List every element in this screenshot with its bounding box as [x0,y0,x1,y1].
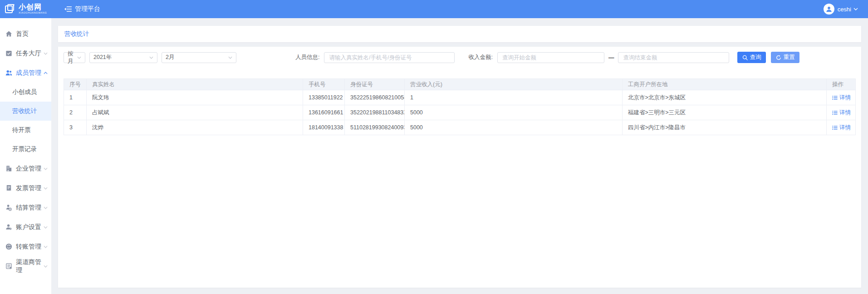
amount-range-separator: — [608,54,614,61]
table-row: 1 阮文玮 13385011922 352225198608210054 1 北… [64,90,856,105]
main-content: 营收统计 按月 2021年 2月 人员信息: [51,18,868,294]
detail-link[interactable]: 详情 [832,109,851,117]
cell-income: 5000 [405,120,623,135]
sidebar-subitem-pending-invoice[interactable]: 待开票 [0,121,51,140]
amount-end-field [618,52,729,63]
detail-list-icon [832,95,838,100]
reset-button[interactable]: 重置 [771,52,799,63]
revenue-table: 序号 真实姓名 手机号 身份证号 营业收入(元) 工商开户所在地 操作 1 阮文… [64,78,856,135]
column-header-location: 工商开户所在地 [623,79,827,90]
detail-list-icon [832,110,838,115]
cell-no: 2 [64,105,87,120]
sidebar-item-account-settings[interactable]: 账户设置 [0,217,51,237]
chevron-down-icon [149,56,153,59]
cell-action: 详情 [827,120,856,135]
fold-icon [64,6,72,12]
detail-link[interactable]: 详情 [832,124,851,132]
cell-no: 1 [64,90,87,105]
search-button-label: 查询 [750,54,761,61]
sidebar-item-label: 任务大厅 [16,49,41,58]
column-header-name: 真实姓名 [87,79,303,90]
sidebar-item-transfer[interactable]: 转账管理 [0,237,51,256]
task-hall-icon [5,50,13,57]
period-select[interactable]: 按月 [64,52,85,63]
tab-bar: 营收统计 [58,26,861,42]
app-logo: 小创网 XIAOCHUANGWANG [0,3,51,15]
sidebar-subitem-invoice-records[interactable]: 开票记录 [0,140,51,159]
chevron-down-icon [44,206,48,209]
table-row: 2 占斌斌 13616091661 35220219881103483X 500… [64,105,856,120]
cell-action: 详情 [827,105,856,120]
sidebar-item-enterprise[interactable]: 企业管理 [0,159,51,178]
content-card: 按月 2021年 2月 人员信息: 收入金额: [58,47,861,288]
sidebar-nav: 首页 任务大厅 成员管理 小创成员 营收统计 待开票 开票记录 [0,18,51,294]
chevron-down-icon [44,52,48,55]
month-select-value: 2月 [166,54,174,61]
logo-subtitle: XIAOCHUANGWANG [19,12,47,15]
avatar [824,4,834,15]
detail-link[interactable]: 详情 [832,94,851,102]
person-info-label: 人员信息: [295,54,319,61]
sidebar-item-label: 发票管理 [16,184,41,192]
sidebar-item-label: 渠道商管理 [16,258,44,274]
table-header-row: 序号 真实姓名 手机号 身份证号 营业收入(元) 工商开户所在地 操作 [64,79,856,90]
month-select[interactable]: 2月 [162,52,236,63]
detail-link-label: 详情 [839,109,851,117]
column-header-phone: 手机号 [303,79,345,90]
year-select[interactable]: 2021年 [89,52,157,63]
column-header-idcard: 身份证号 [345,79,405,90]
search-icon [742,55,748,60]
app-title: 管理平台 [75,5,100,13]
cell-name: 占斌斌 [87,105,303,120]
sidebar-item-home[interactable]: 首页 [0,24,51,44]
sidebar-item-label: 成员管理 [16,69,41,77]
cell-phone: 13385011922 [303,90,345,105]
logo-icon [4,3,16,15]
reset-button-label: 重置 [783,54,794,61]
sidebar-item-channel[interactable]: 渠道商管理 [0,256,51,276]
chevron-down-icon [77,56,81,59]
sidebar-item-label: 首页 [16,30,29,38]
sidebar-item-settlement[interactable]: 结算管理 [0,198,51,217]
cell-action: 详情 [827,90,856,105]
amount-start-input[interactable] [498,53,604,63]
user-menu[interactable]: ceshi [824,4,868,15]
column-header-income: 营业收入(元) [405,79,623,90]
sidebar-item-task-hall[interactable]: 任务大厅 [0,44,51,63]
tab-revenue-stats[interactable]: 营收统计 [64,30,89,38]
sidebar-subitem-revenue-stats[interactable]: 营收统计 [0,102,51,121]
person-info-input[interactable] [324,53,454,63]
table-row: 3 沈烨 18140091338 511028199308240093 5000… [64,120,856,135]
cell-phone: 13616091661 [303,105,345,120]
account-settings-icon [5,224,13,231]
detail-link-label: 详情 [839,94,851,102]
amount-end-input[interactable] [618,53,729,63]
search-button[interactable]: 查询 [737,52,766,63]
cell-name: 阮文玮 [87,90,303,105]
refresh-icon [776,55,781,60]
settlement-icon [5,204,13,211]
sidebar-item-label: 账户设置 [16,223,41,231]
sidebar-item-members[interactable]: 成员管理 [0,63,51,83]
column-header-action: 操作 [827,79,856,90]
enterprise-icon [5,165,13,172]
detail-link-label: 详情 [839,124,851,132]
top-header-bar: 小创网 XIAOCHUANGWANG 管理平台 ceshi [0,0,868,18]
sidebar-subitem-xiaochuang-members[interactable]: 小创成员 [0,83,51,102]
user-name: ceshi [838,6,851,13]
chevron-down-icon [853,8,858,10]
user-avatar-icon [825,5,833,13]
chevron-down-icon [44,167,48,170]
chevron-down-icon [44,226,48,229]
person-info-field [324,52,455,63]
sidebar-item-label: 企业管理 [16,165,41,173]
filter-bar: 按月 2021年 2月 人员信息: 收入金额: [64,52,856,63]
year-select-value: 2021年 [93,54,112,61]
chevron-down-icon [228,56,232,59]
sidebar-item-invoice[interactable]: 发票管理 [0,178,51,198]
income-amount-label: 收入金额: [468,54,492,61]
sidebar-fold-button[interactable] [64,6,72,12]
chevron-up-icon [44,72,48,74]
members-icon [5,69,13,77]
logo-title: 小创网 [19,4,47,11]
